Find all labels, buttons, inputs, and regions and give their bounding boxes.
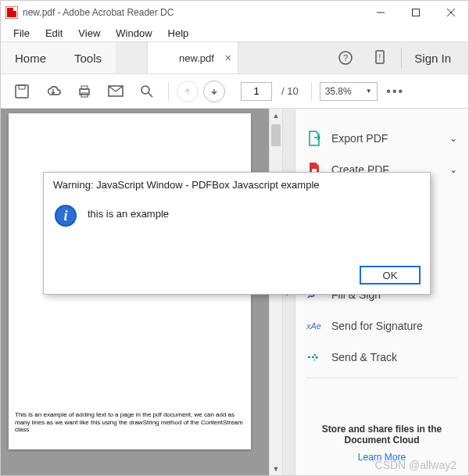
promo-text: Store and share files in the Document Cl…	[322, 424, 442, 446]
dialog-message: this is an example	[88, 205, 169, 252]
tool-label: Send & Track	[331, 351, 397, 363]
save-icon[interactable]	[9, 78, 35, 105]
divider	[306, 378, 457, 378]
svg-point-15	[141, 86, 149, 94]
export-pdf-icon	[306, 131, 322, 146]
print-icon[interactable]	[71, 78, 98, 105]
close-button[interactable]	[433, 1, 468, 24]
scroll-down-icon[interactable]: ▼	[270, 462, 282, 475]
page-number-input[interactable]	[241, 82, 272, 101]
scroll-thumb[interactable]	[271, 124, 281, 146]
tool-label: Export PDF	[331, 132, 388, 145]
menu-view[interactable]: View	[72, 26, 106, 41]
signin-button[interactable]: Sign In	[410, 52, 456, 65]
tool-send-signature[interactable]: xAe Send for Signature	[295, 310, 468, 342]
tab-document[interactable]: new.pdf ×	[147, 42, 238, 73]
more-icon[interactable]: •••	[382, 78, 409, 105]
menu-help[interactable]: Help	[162, 26, 195, 41]
svg-text:!: !	[379, 53, 381, 62]
page-down-button[interactable]	[203, 81, 225, 102]
tab-home[interactable]: Home	[1, 42, 60, 73]
page-count-label: / 10	[281, 85, 299, 97]
info-icon: i	[55, 205, 77, 227]
main-toolbar: / 10 35.8% ▼ •••	[1, 74, 468, 109]
page-up-button[interactable]	[177, 81, 199, 102]
search-icon[interactable]	[134, 78, 160, 105]
chevron-down-icon: ⌄	[449, 133, 457, 144]
help-icon[interactable]: ?	[332, 45, 359, 70]
notification-icon[interactable]: !	[367, 45, 393, 70]
tool-export-pdf[interactable]: Export PDF ⌄	[295, 123, 468, 154]
window-title: new.pdf - Adobe Acrobat Reader DC	[23, 7, 174, 18]
chevron-down-icon: ▼	[366, 88, 372, 95]
maximize-button[interactable]	[398, 1, 433, 24]
email-icon[interactable]	[102, 78, 129, 105]
ok-button[interactable]: OK	[360, 266, 421, 285]
menu-bar: File Edit View Window Help	[1, 24, 468, 41]
tab-bar: Home Tools new.pdf × ? ! Sign In	[1, 41, 468, 74]
title-bar: new.pdf - Adobe Acrobat Reader DC	[1, 1, 468, 24]
tab-tools[interactable]: Tools	[60, 42, 116, 73]
tool-label: Send for Signature	[331, 320, 423, 332]
javascript-warning-dialog: Warning: JavaScript Window - PDFBox Java…	[43, 172, 431, 295]
menu-file[interactable]: File	[7, 26, 36, 41]
tool-send-track[interactable]: Send & Track	[295, 342, 468, 373]
zoom-value: 35.8%	[325, 86, 352, 97]
cloud-icon[interactable]	[40, 78, 66, 105]
svg-line-16	[149, 93, 152, 97]
svg-text:xAe: xAe	[306, 321, 321, 331]
send-signature-icon: xAe	[306, 318, 322, 334]
tab-document-label: new.pdf	[179, 52, 214, 64]
chevron-down-icon: ⌄	[449, 164, 457, 175]
scroll-up-icon[interactable]: ▲	[270, 109, 282, 122]
send-track-icon	[306, 349, 322, 365]
watermark: CSDN @allway2	[375, 459, 456, 471]
zoom-dropdown[interactable]: 35.8% ▼	[320, 82, 378, 101]
tab-close-icon[interactable]: ×	[225, 52, 231, 64]
svg-text:?: ?	[343, 53, 348, 63]
menu-edit[interactable]: Edit	[39, 26, 69, 41]
svg-rect-2	[412, 9, 419, 16]
menu-window[interactable]: Window	[109, 26, 158, 41]
dialog-title: Warning: JavaScript Window - PDFBox Java…	[44, 173, 430, 197]
minimize-button[interactable]	[363, 1, 398, 24]
app-icon	[5, 6, 18, 19]
page-sample-text: This is an example of adding text to a p…	[15, 411, 245, 434]
svg-rect-9	[16, 85, 28, 98]
